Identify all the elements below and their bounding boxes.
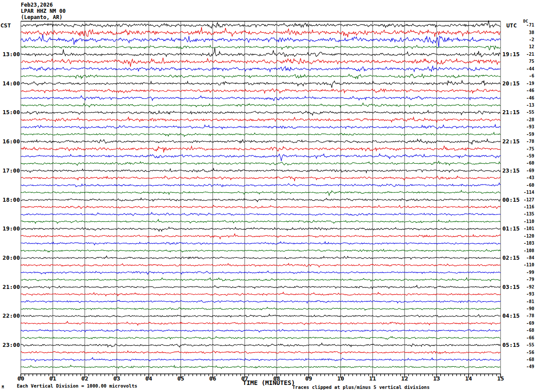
x-tick-label: 05 bbox=[173, 375, 188, 382]
dc-offset-value: -99 bbox=[513, 270, 534, 275]
dc-offset-value: -49 bbox=[513, 364, 534, 369]
dc-offset-value: -56 bbox=[513, 350, 534, 355]
seismogram-trace bbox=[21, 343, 501, 347]
seismogram-trace bbox=[21, 337, 501, 339]
dc-offset-value: -92 bbox=[513, 284, 534, 289]
cst-hour-label: 22:00 bbox=[0, 313, 20, 319]
seismogram-trace bbox=[21, 161, 501, 165]
x-tick-label: 02 bbox=[77, 375, 92, 382]
cst-hour-label: 17:00 bbox=[0, 168, 20, 174]
dc-offset-value: -68 bbox=[513, 357, 534, 362]
dc-offset-value: -43 bbox=[513, 175, 534, 180]
dc-offset-value: -21 bbox=[513, 52, 534, 57]
dc-offset-value: -55 bbox=[513, 110, 534, 115]
dc-offset-value: -79 bbox=[513, 277, 534, 282]
seismogram-trace bbox=[21, 351, 501, 354]
x-tick-label: 15 bbox=[493, 375, 508, 382]
dc-offset-value: -93 bbox=[513, 292, 534, 296]
dc-offset-value: -19 bbox=[513, 81, 534, 86]
dc-offset-value: 12 bbox=[513, 44, 534, 49]
seismogram-trace bbox=[21, 234, 501, 238]
seismogram-trace bbox=[21, 329, 501, 332]
dc-offset-value: -90 bbox=[513, 306, 534, 311]
seismogram-trace bbox=[21, 154, 501, 161]
seismogram-trace bbox=[21, 103, 501, 108]
cst-hour-label: 23:00 bbox=[0, 342, 20, 348]
dc-offset-value: -69 bbox=[513, 321, 534, 326]
seismogram-trace bbox=[21, 125, 501, 129]
seismogram-trace bbox=[21, 256, 501, 259]
seismogram-trace bbox=[21, 66, 501, 72]
seismogram-trace bbox=[21, 27, 501, 37]
seismogram-trace bbox=[21, 117, 501, 123]
dc-offset-value: -75 bbox=[513, 146, 534, 151]
seismogram-trace bbox=[21, 74, 501, 79]
seismogram-trace bbox=[21, 300, 501, 303]
cst-hour-label: 14:00 bbox=[0, 81, 20, 87]
seismogram-trace bbox=[21, 285, 501, 289]
scale-note: Each Vertical Division = 1000.00 microvo… bbox=[17, 383, 137, 388]
x-tick-label: 01 bbox=[45, 375, 60, 382]
dc-offset-value: -60 bbox=[513, 183, 534, 188]
seismogram-trace bbox=[21, 35, 501, 48]
seismogram-trace bbox=[21, 365, 501, 369]
seismogram-trace bbox=[21, 45, 501, 50]
dc-offset-value: -68 bbox=[513, 328, 534, 333]
dc-offset-value: -2 bbox=[513, 37, 534, 42]
seismogram-trace bbox=[21, 190, 501, 196]
x-tick-label: 12 bbox=[397, 375, 412, 382]
seismogram-trace bbox=[21, 111, 501, 115]
seismogram-trace bbox=[21, 227, 501, 231]
seismogram-trace bbox=[21, 183, 501, 187]
dc-offset-value: -60 bbox=[513, 161, 534, 165]
cst-hour-label: 16:00 bbox=[0, 138, 20, 145]
seismogram-trace bbox=[21, 314, 501, 317]
seismogram-trace bbox=[21, 146, 501, 153]
dc-offset-value: -93 bbox=[513, 124, 534, 129]
dc-offset-value: -103 bbox=[513, 241, 534, 246]
seismogram-trace bbox=[21, 357, 501, 361]
dc-offset-value: -127 bbox=[513, 197, 534, 202]
dc-offset-value: -110 bbox=[513, 262, 534, 267]
dc-offset-value: -44 bbox=[513, 66, 534, 71]
cst-hour-label: 13:00 bbox=[0, 51, 20, 58]
seismogram-trace bbox=[21, 132, 501, 136]
dc-offset-value: -55 bbox=[513, 342, 534, 347]
cst-hour-label: 18:00 bbox=[0, 197, 20, 203]
dc-offset-value: -101 bbox=[513, 226, 534, 231]
dc-offset-value: -108 bbox=[513, 248, 534, 253]
seismogram-trace bbox=[21, 176, 501, 181]
x-tick-label: 14 bbox=[461, 375, 476, 382]
seismogram-trace bbox=[21, 307, 501, 310]
cst-hour-label: 15:00 bbox=[0, 109, 20, 115]
x-tick-label: 00 bbox=[13, 375, 28, 382]
seismogram-trace bbox=[21, 271, 501, 274]
dc-offset-value: -46 bbox=[513, 96, 534, 100]
cst-hour-label: 19:00 bbox=[0, 226, 20, 232]
dc-offset-value: -59 bbox=[513, 154, 534, 158]
seismogram-trace bbox=[21, 139, 501, 145]
seismogram-trace bbox=[21, 249, 501, 252]
seismogram-trace bbox=[21, 88, 501, 93]
dc-offset-value: -135 bbox=[513, 211, 534, 216]
dc-offset-value: 38 bbox=[513, 30, 534, 35]
x-tick-label: 03 bbox=[109, 375, 124, 382]
seismogram-trace bbox=[21, 205, 501, 208]
dc-offset-value: -66 bbox=[513, 335, 534, 340]
seismogram-trace bbox=[21, 242, 501, 245]
dc-offset-value: -78 bbox=[513, 139, 534, 144]
x-tick-label: 11 bbox=[365, 375, 380, 382]
seismogram-trace bbox=[21, 169, 501, 173]
seismogram-trace bbox=[21, 81, 501, 88]
x-tick-label: 06 bbox=[205, 375, 220, 382]
seismogram-trace bbox=[21, 264, 501, 267]
dc-offset-value: -59 bbox=[513, 132, 534, 137]
seismogram-trace bbox=[21, 212, 501, 215]
x-tick-label: 04 bbox=[141, 375, 156, 382]
watermark-mark: M bbox=[2, 385, 4, 389]
dc-offset-value: -71 bbox=[513, 23, 534, 27]
seismogram-plot bbox=[0, 0, 536, 392]
seismogram-trace bbox=[21, 96, 501, 100]
dc-offset-value: -13 bbox=[513, 103, 534, 108]
dc-offset-value: -116 bbox=[513, 204, 534, 209]
